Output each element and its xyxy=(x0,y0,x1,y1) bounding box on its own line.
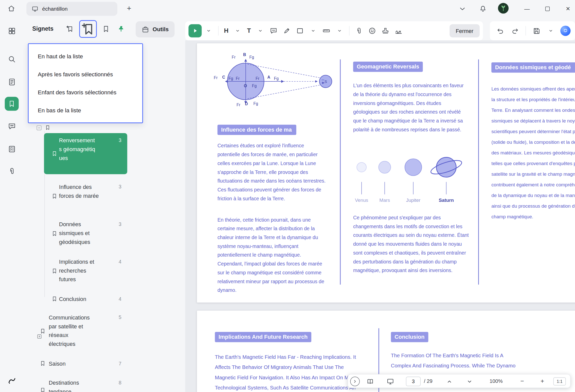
svg-text:Fg: Fg xyxy=(228,76,233,81)
maximize-button[interactable] xyxy=(541,3,554,15)
text-tool-chevron[interactable] xyxy=(254,25,266,37)
stamp-tool-button[interactable] xyxy=(379,25,392,37)
sidebar-item-attachments[interactable] xyxy=(5,164,18,177)
close-button[interactable]: ✕ xyxy=(562,3,574,15)
bookmark-label: Renversements géomagnétiques xyxy=(59,133,97,163)
minimize-button[interactable]: — xyxy=(521,3,533,15)
chevron-down-icon xyxy=(311,29,315,33)
measure-tool-chevron[interactable] xyxy=(333,25,346,37)
chevron-down-icon xyxy=(236,29,240,33)
actual-size-button[interactable]: 1:1 xyxy=(553,377,566,385)
zoom-out-button[interactable]: − xyxy=(518,377,527,386)
page-number-input[interactable] xyxy=(406,377,420,386)
parent-bookmark-expander[interactable]: − xyxy=(37,126,42,130)
comment-icon xyxy=(8,122,16,130)
bookmark-item[interactable]: + Destinations tendance 8 xyxy=(35,376,127,392)
signature-tool-button[interactable] xyxy=(392,25,405,37)
section-heading: Implications And Future Research xyxy=(215,332,311,342)
cursor-icon xyxy=(192,27,198,34)
bookmark-item[interactable]: Renversements géomagnétiques 3 xyxy=(44,133,127,174)
shape-tool-button[interactable] xyxy=(294,25,306,37)
home-button[interactable] xyxy=(5,2,17,15)
bookmark-item[interactable]: Conclusion 4 xyxy=(44,292,127,306)
bell-icon xyxy=(479,5,487,13)
app-logo[interactable] xyxy=(5,374,18,387)
svg-text:Fg: Fg xyxy=(253,101,258,106)
new-tab-button[interactable]: + xyxy=(123,3,135,14)
section-heading: Données sismiques et géodé xyxy=(491,62,575,73)
select-tool-chevron[interactable] xyxy=(202,25,215,37)
bookmark-item[interactable]: Saison 7 xyxy=(35,357,127,370)
menu-item-top-of-list[interactable]: En haut de la liste xyxy=(29,47,142,65)
sticker-tool-button[interactable] xyxy=(366,25,379,37)
svg-text:C: C xyxy=(222,75,225,79)
add-bookmark-button[interactable] xyxy=(79,20,97,38)
svg-text:Fg: Fg xyxy=(252,84,257,88)
planet-saturn xyxy=(436,157,456,177)
ruler-icon xyxy=(322,27,330,35)
menu-item-after-selected[interactable]: Après les favoris sélectionnés xyxy=(29,65,142,83)
bookmark-list-button[interactable] xyxy=(100,23,112,35)
divider xyxy=(526,26,526,36)
pin-button[interactable] xyxy=(115,23,128,35)
redo-button[interactable] xyxy=(509,25,521,37)
bookmark-item[interactable]: Implications et recherches futures 4 xyxy=(44,255,127,288)
titlebar: échantillon + — ✕ xyxy=(0,0,575,17)
shape-tool-chevron[interactable] xyxy=(307,25,319,37)
sidebar-item-fields[interactable] xyxy=(5,142,18,155)
bookmark-item[interactable]: Influence des forces de marée 3 xyxy=(44,180,127,213)
presentation-mode-button[interactable] xyxy=(386,377,395,386)
monitor-icon xyxy=(31,5,38,12)
notifications-button[interactable] xyxy=(477,3,489,15)
sidebar-item-bookmarks[interactable] xyxy=(5,97,19,111)
bookmark-icon xyxy=(51,296,58,302)
select-tool-button[interactable] xyxy=(188,24,202,37)
bookmark-item[interactable]: + Communications par satellite et réseau… xyxy=(35,310,127,352)
document-viewport[interactable]: Fr B Fg Fr C Fg Fr Fr A Fg O Fg Fr D Fg … xyxy=(185,40,575,392)
heading-tool-button[interactable]: H xyxy=(222,25,231,37)
collapse-toolbar-button[interactable] xyxy=(456,3,469,15)
zoom-level-button[interactable]: 100% xyxy=(490,375,503,388)
zoom-in-button[interactable]: + xyxy=(538,377,547,386)
ai-assistant-button[interactable] xyxy=(560,26,570,36)
bookmark-label: Conclusion xyxy=(59,292,101,304)
menu-item-child-of-selected[interactable]: Enfant des favoris sélectionnés xyxy=(29,83,142,101)
page-total-label: / 29 xyxy=(424,375,433,388)
expander-plus-icon[interactable]: + xyxy=(38,334,42,338)
comment-tool-button[interactable] xyxy=(267,25,280,37)
file-actions-toolbar xyxy=(490,21,575,40)
auto-bookmark-button[interactable] xyxy=(64,23,76,35)
form-icon xyxy=(8,145,16,153)
sidebar-item-comments[interactable] xyxy=(5,120,18,133)
bookmark-icon xyxy=(102,25,110,33)
previous-page-button[interactable] xyxy=(445,377,454,386)
paragraph: L'un des éléments les plus convaincants … xyxy=(353,81,468,134)
next-page-button[interactable] xyxy=(465,377,474,386)
sidebar-item-thumbnails[interactable] xyxy=(5,75,18,88)
document-tab[interactable]: échantillon xyxy=(26,2,117,16)
search-icon xyxy=(8,55,16,63)
planet-jupiter xyxy=(405,159,422,176)
text-tool-button[interactable]: T xyxy=(245,25,254,37)
tools-button[interactable]: Outils xyxy=(136,21,174,38)
attach-tool-button[interactable] xyxy=(353,25,365,37)
close-panel-button[interactable]: Fermer xyxy=(450,24,480,37)
save-button[interactable] xyxy=(530,25,543,37)
sidebar-item-search[interactable] xyxy=(5,52,18,66)
menu-item-bottom-of-list[interactable]: En bas de la liste xyxy=(29,101,142,119)
user-avatar[interactable] xyxy=(498,3,509,14)
save-chevron[interactable] xyxy=(545,25,557,37)
toolbox-icon xyxy=(141,26,149,33)
logo-swoosh-icon xyxy=(8,377,16,385)
measure-tool-button[interactable] xyxy=(320,25,333,37)
expand-bar-button[interactable] xyxy=(350,377,360,386)
undo-button[interactable] xyxy=(494,25,507,37)
bookmark-item[interactable]: Données sismiques et géodésiques 3 xyxy=(44,217,127,250)
highlighter-tool-button[interactable] xyxy=(280,25,293,37)
reading-mode-button[interactable] xyxy=(366,377,374,386)
bookmark-icon xyxy=(40,387,46,392)
svg-text:Fg: Fg xyxy=(274,76,279,81)
sidebar-item-dashboard[interactable] xyxy=(5,24,18,37)
bookmark-icon xyxy=(51,193,58,200)
heading-tool-chevron[interactable] xyxy=(231,25,244,37)
